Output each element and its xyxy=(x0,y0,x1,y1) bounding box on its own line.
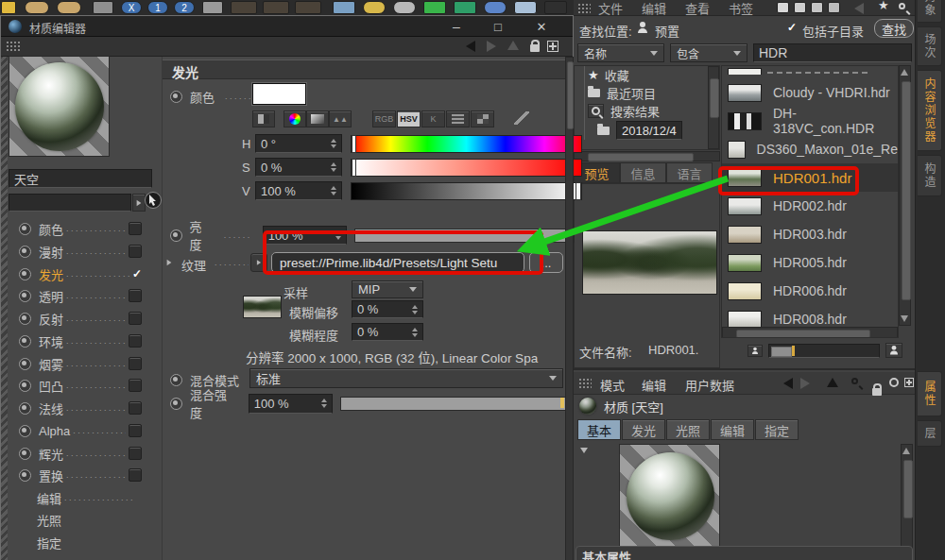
mixer-mode-icon[interactable] xyxy=(446,110,470,127)
attr-menu-edit[interactable]: 编辑 xyxy=(642,376,666,394)
close-button[interactable]: ✕ xyxy=(521,16,562,37)
channel-row-illumination[interactable]: 光照 xyxy=(19,511,142,528)
channel-radio[interactable] xyxy=(19,335,31,348)
ghost-up-icon[interactable] xyxy=(507,41,519,50)
hue-gradient-slider[interactable] xyxy=(351,135,582,153)
channel-radio[interactable] xyxy=(19,469,31,482)
cube-primitive-icon[interactable] xyxy=(333,1,355,14)
hsv-mode-button[interactable]: HSV xyxy=(397,110,421,127)
compact-ui-icon[interactable] xyxy=(252,110,275,127)
channel-row-glow[interactable]: 辉光 xyxy=(19,445,142,462)
channel-row-luminance[interactable]: 发光✓ xyxy=(19,265,142,282)
channel-radio[interactable] xyxy=(19,246,31,258)
tab-basic[interactable]: 基本 xyxy=(577,419,621,440)
saturation-field[interactable]: 0 % xyxy=(255,158,342,177)
minimize-button[interactable]: – xyxy=(438,16,475,37)
menu-edit[interactable]: 编辑 xyxy=(642,0,666,16)
sampling-dropdown[interactable]: MIP xyxy=(352,280,423,298)
channel-checkbox[interactable] xyxy=(129,222,142,235)
history-back-icon[interactable] xyxy=(466,41,475,52)
render-region-icon[interactable] xyxy=(263,1,289,14)
subdir-checkbox[interactable]: ✓ xyxy=(787,22,797,33)
material-preview-tile[interactable] xyxy=(619,444,720,548)
channel-radio[interactable] xyxy=(19,448,31,460)
channel-checkbox[interactable] xyxy=(129,312,142,325)
lock-icon[interactable] xyxy=(530,44,540,52)
channel-radio[interactable] xyxy=(19,425,31,437)
camera-icon[interactable] xyxy=(544,1,567,14)
toolbar-grip[interactable] xyxy=(6,41,21,53)
eyedropper-icon[interactable] xyxy=(514,111,529,125)
side-tab-layers[interactable]: 层 xyxy=(918,420,942,447)
channel-checkbox[interactable] xyxy=(129,468,142,482)
spinner[interactable] xyxy=(412,328,418,337)
browser-search-icon[interactable] xyxy=(899,3,905,9)
pick-material-button[interactable] xyxy=(145,192,162,209)
browser-up-icon[interactable] xyxy=(794,2,806,13)
channel-checkbox[interactable] xyxy=(129,289,142,302)
channel-row-normal[interactable]: 法线 xyxy=(19,399,142,416)
mix-strength-field[interactable]: 100 % xyxy=(249,394,334,414)
mix-strength-slider[interactable] xyxy=(340,397,566,411)
toolbar-icon[interactable] xyxy=(93,1,113,14)
attr-vscrollbar[interactable] xyxy=(901,444,913,550)
tab-editor[interactable]: 编辑 xyxy=(711,419,754,440)
spinner[interactable] xyxy=(321,399,327,408)
channel-row-editor[interactable]: 编辑 xyxy=(19,489,142,506)
channel-radio[interactable] xyxy=(19,402,31,415)
tab-illumination[interactable]: 光照 xyxy=(666,419,710,440)
browser-new-folder-icon[interactable] xyxy=(811,2,823,13)
menu-grip[interactable] xyxy=(577,3,591,13)
side-tab-objects[interactable]: 对象 xyxy=(918,0,942,23)
brightness-enable-radio[interactable] xyxy=(170,229,182,242)
render-icon[interactable] xyxy=(231,1,257,14)
tab-language[interactable]: 语言 xyxy=(666,162,713,183)
color-swatch[interactable] xyxy=(252,83,306,105)
side-tab-structure[interactable]: 构造 xyxy=(918,155,942,196)
value-gradient-slider[interactable] xyxy=(351,182,582,200)
file-list-hscrollbar[interactable] xyxy=(722,327,898,338)
list-item[interactable]: HDR002.hdr xyxy=(722,192,898,220)
channel-radio[interactable] xyxy=(19,380,31,392)
tree-item-date-folder[interactable]: 2018/12/4 xyxy=(597,121,682,140)
environment-icon[interactable] xyxy=(484,1,507,14)
texture-preview-button[interactable] xyxy=(250,253,267,272)
color-wheel-icon[interactable] xyxy=(284,110,306,127)
attr-pin-icon[interactable] xyxy=(904,378,914,387)
channel-row-fog[interactable]: 烟雾 xyxy=(19,355,142,372)
channel-row-reflectance[interactable]: 反射 xyxy=(19,310,142,327)
mograph-icon[interactable] xyxy=(454,1,476,14)
channel-checkmark-icon[interactable]: ✓ xyxy=(132,268,142,280)
channel-radio[interactable] xyxy=(19,358,31,370)
browser-back-icon[interactable] xyxy=(854,3,864,14)
attr-back-icon[interactable] xyxy=(783,378,793,389)
attr-search-icon[interactable] xyxy=(851,378,858,384)
sky-icon[interactable] xyxy=(514,1,537,14)
list-item[interactable]: DS360_Maxon_01e_Re xyxy=(722,135,898,163)
channel-checkbox[interactable] xyxy=(129,401,142,415)
saturation-gradient-slider[interactable] xyxy=(351,159,582,177)
mix-strength-radio[interactable] xyxy=(170,398,182,410)
x-axis-lock-icon[interactable]: X xyxy=(121,1,142,14)
history-forward-icon[interactable] xyxy=(487,41,496,52)
channel-row-displacement[interactable]: 置换 xyxy=(19,467,142,484)
menu-bookmarks[interactable]: 书签 xyxy=(729,0,753,16)
value-field[interactable]: 100 % xyxy=(255,181,342,200)
maximize-button[interactable]: □ xyxy=(479,16,517,37)
spline-icon[interactable] xyxy=(363,1,386,14)
spinner[interactable] xyxy=(335,230,341,240)
list-item[interactable]: Cloudy - VHDRI.hdr xyxy=(722,78,898,107)
channel-row-transparency[interactable]: 透明 xyxy=(19,287,142,304)
attr-menu-mode[interactable]: 模式 xyxy=(600,376,625,394)
menu-file[interactable]: 文件 xyxy=(598,0,623,16)
texture-browse-button[interactable]: ... xyxy=(529,252,563,273)
list-item[interactable]: HDR003.hdr xyxy=(722,220,898,248)
texture-expander-icon[interactable] xyxy=(167,260,172,265)
channel-checkbox[interactable] xyxy=(129,245,142,258)
file-list-vscrollbar[interactable] xyxy=(899,65,911,326)
attr-menu-userdata[interactable]: 用户数据 xyxy=(685,376,734,394)
texture-thumbnail[interactable] xyxy=(243,296,282,318)
channel-row-color[interactable]: 颜色 xyxy=(19,220,142,237)
browser-import-icon[interactable] xyxy=(828,2,840,13)
swatches-mode-icon[interactable] xyxy=(471,110,494,127)
